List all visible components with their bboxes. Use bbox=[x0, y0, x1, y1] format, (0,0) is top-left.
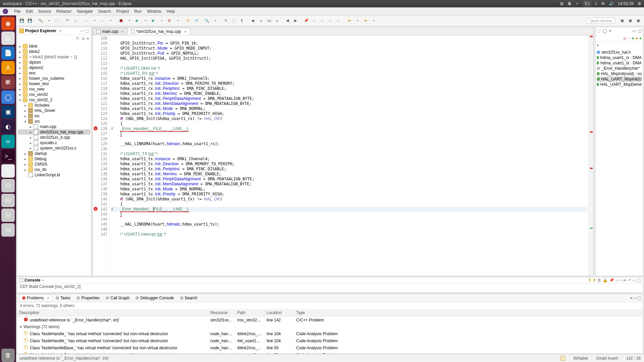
tree-node[interactable]: ▸system_stm32f1xx.c bbox=[18, 145, 90, 151]
menu-project[interactable]: Project bbox=[114, 8, 131, 15]
tree-node[interactable]: ▸syscalls.c bbox=[18, 140, 90, 145]
quick-access-input[interactable]: Quick Access bbox=[587, 18, 615, 24]
tree-node[interactable]: ▸Includes bbox=[18, 103, 90, 108]
console-open-button[interactable]: ▭▾ bbox=[621, 278, 626, 283]
collapse-all-button[interactable]: ⇱ bbox=[76, 36, 79, 41]
restart-button[interactable]: ⟳ bbox=[184, 17, 192, 24]
outline-toggle-3[interactable]: ≡ bbox=[609, 28, 611, 33]
tree-node[interactable]: ▸ros_new bbox=[18, 86, 90, 92]
tree-node[interactable]: ▸inc bbox=[18, 113, 90, 119]
problems-min-button[interactable]: ▭ bbox=[633, 296, 637, 300]
tree-node[interactable]: ▸ros_lib bbox=[18, 167, 90, 172]
pin-button[interactable]: 📌 bbox=[303, 17, 310, 24]
bottom-tab-debugger-console[interactable]: Debugger Console bbox=[133, 295, 176, 301]
outline-list[interactable]: stm32f1xx_hal.hhdma_usart1_rx : DMAhdma_… bbox=[595, 48, 643, 88]
editor-gutter[interactable]: 1081091101111121131141151161171181191201… bbox=[93, 35, 110, 276]
tb-btn-2[interactable]: ▫ bbox=[319, 17, 326, 24]
debug-button[interactable]: 🐞 bbox=[117, 17, 125, 24]
tree-node[interactable]: ▸enc bbox=[18, 70, 90, 76]
tree-node[interactable]: LinkerScript.ld bbox=[18, 172, 90, 178]
tree-node[interactable]: ▸ros_stm32 bbox=[18, 92, 90, 97]
menu-edit[interactable]: Edit bbox=[23, 8, 36, 15]
launcher-trash-icon[interactable]: 🗑 bbox=[1, 349, 15, 362]
next-annotation-button[interactable]: ▶ bbox=[292, 17, 299, 24]
console-next-button[interactable]: ⬆ bbox=[593, 278, 596, 283]
step-button[interactable]: ↘ bbox=[257, 17, 264, 24]
new-class-button[interactable]: ▫ bbox=[83, 17, 90, 24]
profile-button[interactable]: ▶ bbox=[150, 17, 157, 24]
nav-back-button[interactable]: ◀ bbox=[249, 17, 256, 24]
prev-annotation-button[interactable]: ◀ bbox=[284, 17, 291, 24]
menu-source[interactable]: Source bbox=[36, 8, 54, 15]
launcher-texteditor-icon[interactable]: ✎ bbox=[1, 164, 15, 178]
console-pin-button[interactable]: 📌 bbox=[609, 278, 614, 283]
new-source-dropdown[interactable] bbox=[107, 17, 114, 24]
search-button[interactable]: 🔍 bbox=[203, 17, 211, 24]
view-minimize-button[interactable]: ▭ bbox=[80, 28, 84, 33]
view-menu-button[interactable]: ▾ bbox=[87, 36, 89, 41]
tray-lang[interactable]: En bbox=[584, 1, 591, 6]
menu-window[interactable]: Window bbox=[144, 8, 164, 15]
outline-item[interactable]: _Error_Handler(char* bbox=[597, 66, 642, 71]
tb-btn-1[interactable]: ▫ bbox=[311, 17, 318, 24]
editor-tab[interactable]: *stm32f1xx_hal_msp.cpp✕ bbox=[127, 28, 190, 35]
tree-node[interactable]: ▸HAL_Driver bbox=[18, 108, 90, 113]
project-tree[interactable]: ▸blink▸blink2▸> blink3 [blink3 master ↑ … bbox=[17, 42, 91, 276]
new-class-dropdown[interactable] bbox=[91, 17, 98, 24]
column-header[interactable]: Path bbox=[235, 309, 265, 316]
launcher-vbox-icon[interactable]: ▣ bbox=[1, 105, 15, 119]
tree-node[interactable]: ▸hower_test bbox=[18, 81, 90, 86]
perspective-cpp-button[interactable]: ▣ bbox=[619, 17, 626, 24]
project-explorer-close-button[interactable]: ✕ bbox=[59, 29, 62, 33]
external-tools-button[interactable]: ⧉ bbox=[166, 17, 173, 24]
bottom-tab-problems[interactable]: Problems✕ bbox=[19, 295, 52, 301]
menu-help[interactable]: Help bbox=[164, 8, 178, 15]
close-icon[interactable]: ✕ bbox=[121, 30, 124, 34]
outline-item[interactable]: HAL_MspInit(void) : vo bbox=[597, 71, 642, 76]
problem-row[interactable]: Class 'NodeHandleBase_' has virtual meth… bbox=[17, 344, 643, 351]
view-maximize-button[interactable]: ▢ bbox=[85, 28, 89, 33]
step-annotation-button[interactable]: ↘ bbox=[273, 17, 280, 24]
console-new-button[interactable]: ↗ bbox=[628, 278, 631, 283]
save-all-button[interactable]: 💾 bbox=[26, 17, 34, 24]
tree-node[interactable]: ▸diplom2 bbox=[18, 65, 90, 70]
build-button[interactable]: 🔨 bbox=[37, 17, 44, 24]
console-close-button[interactable]: ✕ bbox=[42, 279, 44, 282]
debug-dropdown[interactable] bbox=[125, 17, 133, 24]
open-type-button[interactable]: ⌕ bbox=[72, 17, 79, 24]
step-s-button[interactable]: ↘s bbox=[265, 17, 272, 24]
close-icon[interactable]: ✕ bbox=[184, 30, 186, 34]
console-body[interactable]: CDT Build Console [ros_stm32_2] bbox=[17, 284, 643, 290]
bottom-tab-search[interactable]: Search bbox=[177, 295, 200, 301]
menu-refactor[interactable]: Refactor bbox=[54, 8, 74, 15]
launcher-store-icon[interactable]: A bbox=[1, 61, 15, 74]
perspective-debug-button[interactable]: ▣ bbox=[635, 17, 642, 24]
console-prev-button[interactable]: ⬆ bbox=[588, 278, 591, 283]
console-display-button[interactable]: ▭ bbox=[615, 278, 619, 283]
toggle-button[interactable]: ⬚ bbox=[53, 17, 60, 24]
outline-filter2-button[interactable]: ● bbox=[632, 36, 634, 41]
outline-item[interactable]: hdma_usart1_rx : DMA bbox=[597, 55, 642, 60]
bottom-tab-properties[interactable]: Properties bbox=[74, 295, 102, 301]
problems-table[interactable]: DescriptionResourcePathLocationType unde… bbox=[17, 309, 643, 354]
outline-filter3-button[interactable]: ● bbox=[636, 36, 638, 41]
outline-filter1-button[interactable]: ▫ bbox=[629, 36, 630, 41]
tray-volume-icon[interactable]: 🔊 bbox=[609, 1, 614, 6]
launcher-disk4-icon[interactable]: ⛁ bbox=[1, 223, 15, 237]
outline-item[interactable]: HAL_UART_MspDeInit bbox=[597, 82, 642, 87]
console-clear-button[interactable]: 🗑 bbox=[597, 278, 601, 283]
tree-node[interactable]: ▸stm32f1xx_hal_msp.cpp bbox=[18, 129, 90, 135]
tray-bluetooth-icon[interactable]: ᛒ bbox=[595, 1, 597, 6]
external-tools-dropdown[interactable] bbox=[174, 17, 181, 24]
launcher-disk2-icon[interactable]: ⛁ bbox=[1, 194, 15, 207]
launcher-arduino-icon[interactable]: ∞ bbox=[1, 135, 15, 148]
problems-max-button[interactable]: ▢ bbox=[637, 296, 641, 300]
save-button[interactable]: 💾 bbox=[18, 17, 25, 24]
search-dropdown[interactable] bbox=[211, 17, 219, 24]
tree-node[interactable]: ▸CMSIS bbox=[18, 162, 90, 167]
tree-node[interactable]: ▸> blink3 [blink3 master ↑ 1] bbox=[18, 54, 90, 60]
menu-search[interactable]: Search bbox=[96, 8, 114, 15]
tree-node[interactable]: ▸startup bbox=[18, 151, 90, 156]
bottom-tab-tasks[interactable]: Tasks bbox=[53, 295, 73, 301]
run-dropdown[interactable] bbox=[142, 17, 149, 24]
